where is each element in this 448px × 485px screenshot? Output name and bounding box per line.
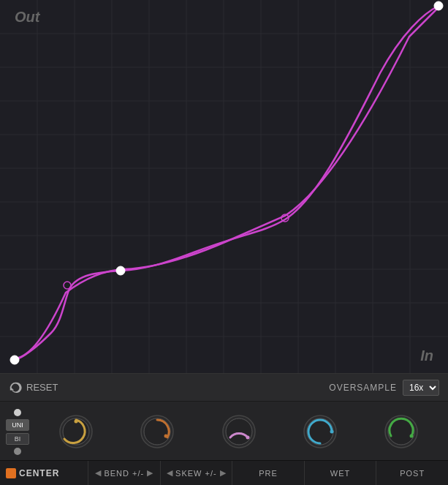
svg-point-25 <box>434 1 443 10</box>
oversample-label: OVERSAMPLE <box>329 383 397 393</box>
svg-point-31 <box>144 418 170 445</box>
bend-knob[interactable] <box>57 413 95 451</box>
post-group: POST <box>376 461 448 485</box>
wet-bar-label: WET <box>330 469 350 478</box>
bend-bar-label: BEND +/- <box>104 469 144 478</box>
graph-area[interactable]: Out In <box>0 0 448 374</box>
skew-bar-label: SKEW +/- <box>175 469 217 478</box>
svg-point-35 <box>246 436 249 440</box>
svg-point-21 <box>10 356 19 364</box>
bend-knob-container <box>35 413 116 451</box>
skew-group: ◀ SKEW +/- ▶ <box>160 461 232 485</box>
post-bar-label: POST <box>400 469 425 478</box>
post-knob-container <box>361 413 442 451</box>
svg-marker-26 <box>10 386 14 390</box>
pre-group: PRE <box>232 461 304 485</box>
graph-label-in: In <box>420 347 433 364</box>
controls-section: RESET OVERSAMPLE 1x 2x 4x 8x 16x UNI BI <box>0 374 448 485</box>
pre-knob-container <box>198 413 279 451</box>
svg-point-23 <box>116 266 125 275</box>
oversample-group: OVERSAMPLE 1x 2x 4x 8x 16x <box>329 380 439 396</box>
skew-right-arrow[interactable]: ▶ <box>217 468 229 478</box>
svg-point-41 <box>410 435 414 438</box>
svg-point-22 <box>64 282 71 289</box>
wet-group: WET <box>304 461 376 485</box>
svg-point-38 <box>330 430 333 434</box>
wet-knob-container <box>279 413 360 451</box>
svg-point-32 <box>164 435 168 438</box>
bi-button[interactable]: BI <box>6 433 29 445</box>
skew-knob-container <box>116 413 197 451</box>
center-text: CENTER <box>19 468 59 478</box>
svg-point-37 <box>307 418 333 445</box>
post-knob[interactable] <box>382 413 420 451</box>
pre-knob[interactable] <box>220 413 258 451</box>
pre-bar-label: PRE <box>259 469 278 478</box>
reset-icon <box>9 381 22 394</box>
uni-indicator <box>14 409 21 416</box>
bend-right-arrow[interactable]: ▶ <box>144 468 156 478</box>
bi-indicator <box>14 448 21 455</box>
skew-left-arrow[interactable]: ◀ <box>164 468 176 478</box>
knobs-row: UNI BI <box>0 402 448 460</box>
oversample-select[interactable]: 1x 2x 4x 8x 16x <box>403 380 439 396</box>
svg-point-29 <box>74 420 77 424</box>
svg-point-34 <box>226 418 252 445</box>
top-bar: RESET OVERSAMPLE 1x 2x 4x 8x 16x <box>0 374 448 402</box>
bend-left-arrow[interactable]: ◀ <box>92 468 105 478</box>
uni-bi-group: UNI BI <box>6 408 29 456</box>
center-label-group[interactable]: CENTER <box>0 468 88 478</box>
label-bar: CENTER ◀ BEND +/- ▶ ◀ SKEW +/- ▶ PRE WET… <box>0 460 448 485</box>
bend-group: ◀ BEND +/- ▶ <box>88 461 160 485</box>
wet-knob[interactable] <box>301 413 339 451</box>
reset-label: RESET <box>26 382 58 393</box>
center-square <box>6 468 16 478</box>
reset-button[interactable]: RESET <box>9 381 58 394</box>
skew-knob[interactable] <box>138 413 176 451</box>
uni-button[interactable]: UNI <box>6 419 29 431</box>
graph-label-out: Out <box>15 9 39 26</box>
